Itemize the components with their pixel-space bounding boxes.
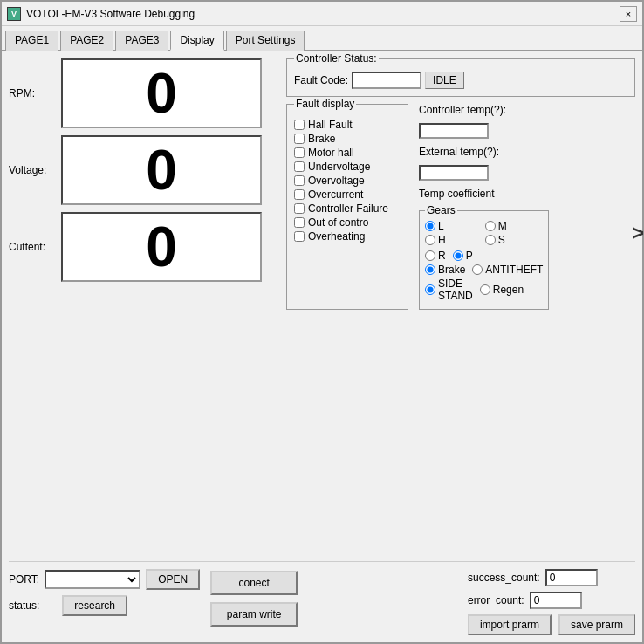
gear-S-label: S bbox=[498, 234, 505, 246]
right-panel: Controller Status: Fault Code: IDLE Faul… bbox=[286, 58, 635, 561]
gear-M-radio[interactable] bbox=[485, 221, 496, 231]
bottom-section: PORT: OPEN status: research conect param… bbox=[9, 561, 635, 635]
research-button[interactable]: research bbox=[62, 595, 127, 616]
radio-regen: Regen bbox=[480, 284, 524, 296]
fault-undervoltage: Undervoltage bbox=[294, 161, 401, 173]
fault-out-of-control: Out of contro bbox=[294, 216, 401, 229]
tab-port-settings[interactable]: Port Settings bbox=[226, 31, 305, 51]
brake-label: Brake bbox=[308, 133, 335, 145]
overheating-checkbox[interactable] bbox=[294, 231, 305, 242]
gear-L-label: L bbox=[438, 220, 444, 232]
port-label: PORT: bbox=[9, 573, 39, 586]
out-of-control-checkbox[interactable] bbox=[294, 217, 305, 228]
current-row: Cuttent: 0 bbox=[9, 212, 279, 282]
left-panel: RPM: 0 Voltage: 0 Cuttent: 0 bbox=[9, 58, 279, 561]
window-title: VOTOL-EM-V3 Software Debugging bbox=[26, 8, 620, 20]
fault-overheating: Overheating bbox=[294, 230, 401, 243]
radio-sidestand-input[interactable] bbox=[425, 284, 435, 295]
left-bottom: PORT: OPEN status: research bbox=[9, 569, 200, 616]
connect-button[interactable]: conect bbox=[210, 571, 298, 595]
radio-P: P bbox=[453, 250, 473, 262]
controller-status-group: Controller Status: Fault Code: IDLE bbox=[286, 58, 635, 97]
error-count-input[interactable] bbox=[530, 592, 582, 609]
tab-page1[interactable]: PAGE1 bbox=[5, 31, 58, 51]
rpm-value: 0 bbox=[146, 61, 177, 126]
open-button[interactable]: OPEN bbox=[146, 569, 200, 590]
undervoltage-label: Undervoltage bbox=[308, 161, 370, 173]
out-of-control-label: Out of contro bbox=[308, 216, 368, 229]
save-param-button[interactable]: save prarm bbox=[558, 614, 635, 635]
radio-R-input[interactable] bbox=[425, 250, 435, 261]
success-count-label: success_count: bbox=[468, 572, 540, 584]
gear-L: L bbox=[425, 220, 483, 232]
rpm-label: RPM: bbox=[9, 87, 61, 99]
idle-button[interactable]: IDLE bbox=[425, 72, 464, 89]
controller-failure-label: Controller Failure bbox=[308, 202, 388, 215]
fault-overcurrent: Overcurrent bbox=[294, 188, 401, 201]
controller-failure-checkbox[interactable] bbox=[294, 203, 305, 214]
controller-status-title: Controller Status: bbox=[294, 52, 379, 65]
motor-hall-checkbox[interactable] bbox=[294, 147, 305, 158]
gear-M: M bbox=[485, 220, 544, 232]
radio-regen-label: Regen bbox=[493, 284, 524, 296]
temp-coeff-label: Temp coefficient bbox=[419, 188, 495, 200]
current-value: 0 bbox=[146, 215, 177, 279]
gear-H-radio[interactable] bbox=[425, 235, 435, 245]
hall-fault-checkbox[interactable] bbox=[294, 120, 305, 130]
rp-row: R P bbox=[425, 250, 543, 262]
overvoltage-checkbox[interactable] bbox=[294, 175, 305, 186]
radio-R: R bbox=[425, 250, 446, 262]
brake-antitheft-row: Brake ANTITHEFT bbox=[425, 264, 543, 276]
overcurrent-label: Overcurrent bbox=[308, 188, 363, 201]
overvoltage-label: Overvoltage bbox=[308, 175, 365, 187]
port-select[interactable] bbox=[45, 570, 140, 589]
tab-display[interactable]: Display bbox=[170, 31, 223, 51]
error-count-label: error_count: bbox=[468, 594, 524, 606]
param-write-button[interactable]: param write bbox=[210, 602, 298, 627]
fault-brake: Brake bbox=[294, 133, 401, 145]
import-save-row: import prarm save prarm bbox=[468, 614, 635, 635]
tab-page3[interactable]: PAGE3 bbox=[115, 31, 168, 51]
brake-checkbox[interactable] bbox=[294, 134, 305, 144]
import-param-button[interactable]: import prarm bbox=[468, 614, 552, 635]
radio-brake-input[interactable] bbox=[425, 264, 435, 275]
fault-list: Hall Fault Brake Motor hall bbox=[294, 119, 401, 243]
controller-temp-input[interactable] bbox=[419, 123, 489, 139]
extra-radios: R P Brak bbox=[425, 250, 543, 302]
two-columns: Fault display Hall Fault Brake bbox=[286, 104, 635, 310]
rpm-row: RPM: 0 bbox=[9, 58, 279, 128]
overcurrent-checkbox[interactable] bbox=[294, 189, 305, 200]
fault-overvoltage: Overvoltage bbox=[294, 175, 401, 187]
port-row: PORT: OPEN bbox=[9, 569, 200, 590]
fault-code-label: Fault Code: bbox=[294, 74, 348, 86]
status-row: status: research bbox=[9, 595, 200, 616]
external-temp-input[interactable] bbox=[419, 165, 489, 181]
voltage-value: 0 bbox=[146, 138, 177, 202]
fault-display-group: Fault display Hall Fault Brake bbox=[286, 104, 408, 310]
success-count-input[interactable] bbox=[545, 569, 598, 586]
close-button[interactable]: × bbox=[620, 6, 637, 22]
radio-brake-label: Brake bbox=[438, 264, 465, 276]
hall-fault-label: Hall Fault bbox=[308, 119, 353, 131]
radio-regen-input[interactable] bbox=[480, 284, 490, 295]
rpm-display: 0 bbox=[61, 58, 262, 128]
fault-code-input[interactable] bbox=[352, 72, 421, 89]
current-display: 0 bbox=[61, 212, 262, 282]
temp-coeff-row: Temp coefficient bbox=[419, 188, 549, 200]
main-content: RPM: 0 Voltage: 0 Cuttent: 0 bbox=[2, 51, 642, 642]
tab-page2[interactable]: PAGE2 bbox=[60, 31, 113, 51]
external-temp-label: External temp(?): bbox=[419, 146, 499, 158]
undervoltage-checkbox[interactable] bbox=[294, 161, 305, 172]
radio-antitheft-input[interactable] bbox=[472, 264, 483, 275]
voltage-display: 0 bbox=[61, 135, 262, 205]
bottom-bar: PORT: OPEN status: research conect param… bbox=[9, 569, 635, 635]
radio-P-input[interactable] bbox=[453, 250, 463, 261]
fault-code-row: Fault Code: IDLE bbox=[294, 72, 627, 89]
gear-H: H bbox=[425, 234, 483, 246]
gear-S-radio[interactable] bbox=[485, 235, 496, 245]
chevron-button[interactable]: > bbox=[632, 221, 644, 245]
gear-L-radio[interactable] bbox=[425, 221, 435, 231]
main-area: RPM: 0 Voltage: 0 Cuttent: 0 bbox=[9, 58, 635, 561]
app-icon: V bbox=[7, 7, 21, 21]
radio-antitheft: ANTITHEFT bbox=[472, 264, 543, 276]
